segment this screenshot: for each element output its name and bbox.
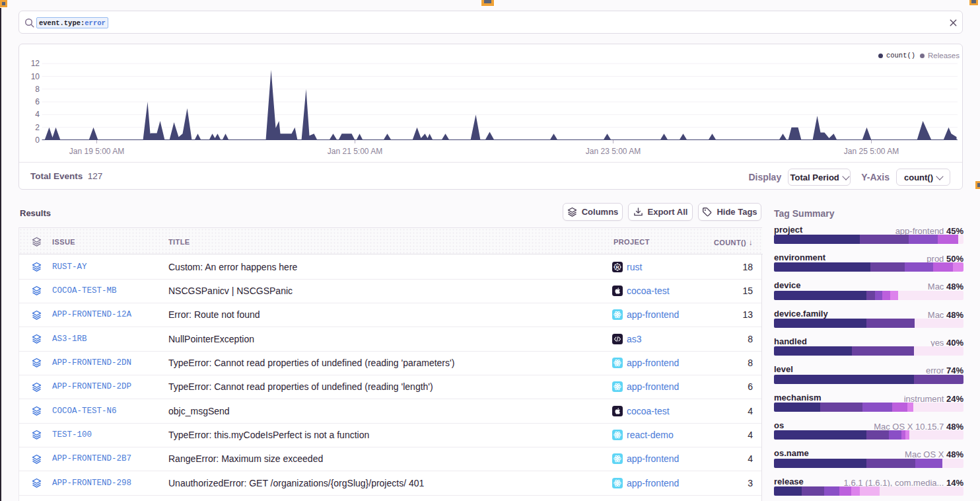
svg-text:0: 0 xyxy=(35,135,40,145)
svg-text:12: 12 xyxy=(31,59,40,68)
svg-text:6: 6 xyxy=(35,97,40,106)
svg-text:Jan 21 5:00 AM: Jan 21 5:00 AM xyxy=(328,147,382,156)
svg-text:Jan 23 5:00 AM: Jan 23 5:00 AM xyxy=(586,147,641,156)
svg-text:10: 10 xyxy=(31,72,40,81)
svg-text:R: R xyxy=(615,264,619,270)
svg-text:2: 2 xyxy=(35,123,40,132)
svg-text:4: 4 xyxy=(35,110,40,119)
svg-text:Jan 19 5:00 AM: Jan 19 5:00 AM xyxy=(69,147,124,156)
svg-text:8: 8 xyxy=(35,85,40,94)
svg-text:Jan 25 5:00 AM: Jan 25 5:00 AM xyxy=(844,147,899,156)
